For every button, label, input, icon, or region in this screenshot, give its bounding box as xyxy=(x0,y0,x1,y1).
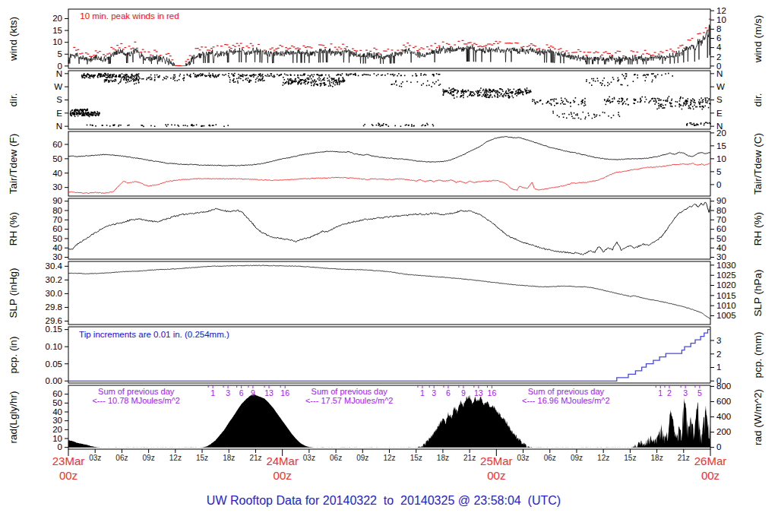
pcp-tip-note: Tip increments are 0.01 in. (0.254mm.) xyxy=(79,330,229,339)
svg-text:200: 200 xyxy=(716,427,731,436)
ylabel-left-wind: wind (kts) xyxy=(8,17,19,62)
svg-text:30: 30 xyxy=(52,252,62,261)
svg-text:21z: 21z xyxy=(249,454,261,462)
svg-text:16: 16 xyxy=(488,388,497,397)
ylabel-right-temp: Tair/Tdew (C) xyxy=(752,133,764,195)
svg-text:6: 6 xyxy=(716,33,721,43)
svg-text:8: 8 xyxy=(716,24,721,33)
svg-text:21z: 21z xyxy=(463,454,476,462)
svg-text:1: 1 xyxy=(658,388,663,397)
chart-title: UW Rooftop Data for 20140322 to 20140325… xyxy=(0,494,767,508)
svg-text:1: 1 xyxy=(716,363,721,372)
svg-text:600: 600 xyxy=(716,397,731,406)
svg-text:3: 3 xyxy=(716,336,721,345)
weather-dashboard: 05101520024681012wind (kts)wind (m/s)10 … xyxy=(0,0,778,532)
panel-dir: NWSENNWSENdir.dir. xyxy=(8,69,764,131)
svg-text:06z: 06z xyxy=(544,454,556,462)
svg-text:3: 3 xyxy=(432,388,436,397)
multipanel-timeseries-chart: 05101520024681012wind (kts)wind (m/s)10 … xyxy=(0,0,778,532)
panel-rad: 01020304050600200400600800rad(Lgly/hr)ra… xyxy=(8,382,764,451)
day-label: 26Mar xyxy=(694,454,727,467)
svg-text:13: 13 xyxy=(264,388,274,397)
panel-wind: 05101520024681012wind (kts)wind (m/s)10 … xyxy=(8,6,764,71)
svg-text:5: 5 xyxy=(716,167,721,176)
svg-text:40: 40 xyxy=(52,169,62,178)
svg-text:20: 20 xyxy=(716,128,726,138)
svg-text:15z: 15z xyxy=(196,454,208,462)
svg-text:21z: 21z xyxy=(678,454,690,462)
ylabel-left-rad: rad(Lgly/hr) xyxy=(8,391,19,443)
svg-text:1030: 1030 xyxy=(716,261,736,270)
svg-text:00z: 00z xyxy=(59,469,77,482)
svg-text:16: 16 xyxy=(280,388,289,397)
ylabel-right-rh: RH (%) xyxy=(752,212,764,245)
svg-text:<--- 16.96 MJoules/m^2: <--- 16.96 MJoules/m^2 xyxy=(522,396,610,405)
svg-text:09z: 09z xyxy=(571,454,583,462)
svg-text:9: 9 xyxy=(251,388,255,397)
day-label: 23Mar xyxy=(52,454,85,467)
svg-text:06z: 06z xyxy=(330,454,342,462)
svg-text:0.15: 0.15 xyxy=(46,325,62,334)
svg-text:3: 3 xyxy=(683,388,688,397)
svg-text:00z: 00z xyxy=(487,469,505,482)
svg-text:90: 90 xyxy=(716,196,726,205)
svg-text:2: 2 xyxy=(667,388,672,397)
svg-text:00z: 00z xyxy=(701,469,719,482)
svg-text:40: 40 xyxy=(52,407,62,416)
rad-sum-note-0: Sum of previous day xyxy=(98,387,175,396)
ylabel-left-temp: Tair/Tdew (F) xyxy=(8,134,19,195)
svg-text:50: 50 xyxy=(52,234,62,243)
wind-peak-note: 10 min. peak winds in red xyxy=(80,11,179,21)
ylabel-right-rad: rad (W/m^2) xyxy=(752,389,764,445)
svg-text:30: 30 xyxy=(52,182,62,192)
svg-text:30: 30 xyxy=(52,416,62,425)
svg-text:6: 6 xyxy=(239,388,244,397)
svg-text:0.05: 0.05 xyxy=(46,359,62,369)
svg-text:15z: 15z xyxy=(624,454,636,462)
svg-text:S: S xyxy=(56,95,62,104)
svg-text:15: 15 xyxy=(716,141,726,150)
svg-text:30.4: 30.4 xyxy=(46,261,63,271)
svg-text:50: 50 xyxy=(52,154,62,163)
svg-text:0: 0 xyxy=(58,442,62,451)
svg-text:12z: 12z xyxy=(383,454,395,462)
svg-text:6: 6 xyxy=(446,388,451,397)
ylabel-left-slp: SLP (inHg) xyxy=(8,268,19,318)
svg-text:S: S xyxy=(716,95,723,104)
svg-text:1025: 1025 xyxy=(716,271,736,280)
svg-text:10: 10 xyxy=(52,434,62,443)
svg-text:3: 3 xyxy=(226,388,230,397)
panel-pcp: 0.000.050.100.150123pcp. (in)pcp. (mm)Ti… xyxy=(8,325,764,385)
svg-text:2: 2 xyxy=(716,52,721,62)
svg-text:40: 40 xyxy=(52,243,62,252)
svg-text:03z: 03z xyxy=(303,454,315,462)
svg-text:06z: 06z xyxy=(115,454,128,462)
svg-text:60: 60 xyxy=(52,389,62,398)
svg-text:<--- 10.78 MJoules/m^2: <--- 10.78 MJoules/m^2 xyxy=(92,396,180,405)
svg-text:03z: 03z xyxy=(89,454,101,462)
svg-text:1010: 1010 xyxy=(716,301,736,310)
ylabel-right-dir: dir. xyxy=(752,93,764,106)
svg-text:E: E xyxy=(716,109,723,118)
svg-text:40: 40 xyxy=(716,243,726,252)
svg-text:30.2: 30.2 xyxy=(46,275,62,284)
ylabel-right-slp: SLP (hPa) xyxy=(752,269,764,316)
svg-text:60: 60 xyxy=(52,140,62,149)
svg-text:E: E xyxy=(56,109,62,118)
svg-text:1: 1 xyxy=(210,388,215,397)
svg-text:00z: 00z xyxy=(274,469,292,482)
svg-text:70: 70 xyxy=(716,215,726,224)
ylabel-left-rh: RH (%) xyxy=(8,212,19,245)
svg-text:400: 400 xyxy=(716,412,731,421)
svg-text:18z: 18z xyxy=(437,454,449,462)
svg-text:0.00: 0.00 xyxy=(46,376,62,385)
svg-text:1015: 1015 xyxy=(716,291,736,300)
svg-text:13: 13 xyxy=(474,388,483,397)
ylabel-left-dir: dir. xyxy=(8,93,19,106)
svg-text:12z: 12z xyxy=(169,454,182,462)
panel-slp: 29.629.830.030.230.410051010101510201025… xyxy=(8,261,764,326)
svg-text:20: 20 xyxy=(52,14,62,23)
svg-text:70: 70 xyxy=(52,215,62,224)
svg-text:03z: 03z xyxy=(517,454,529,462)
panel-temp: 3040506005101520Tair/Tdew (F)Tair/Tdew (… xyxy=(8,128,764,196)
